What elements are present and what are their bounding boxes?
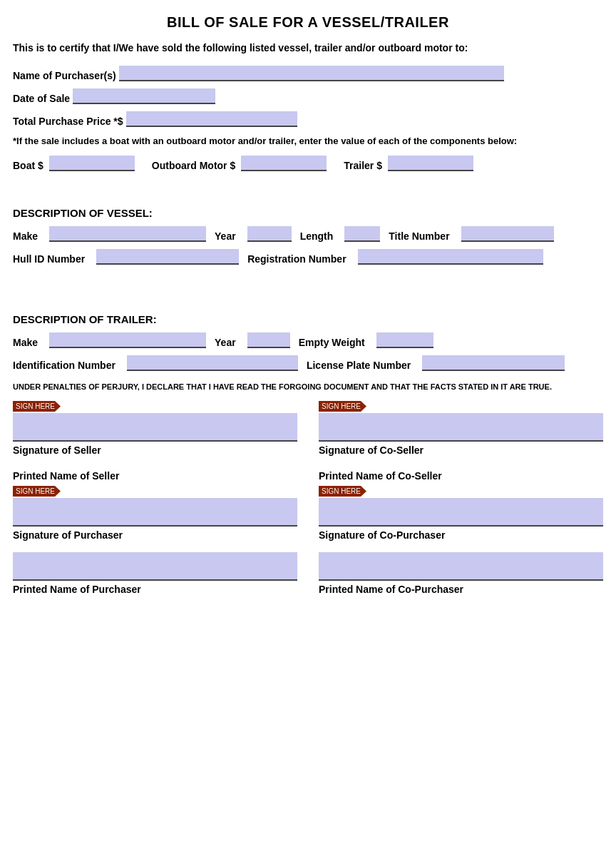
vessel-year-label: Year [215,230,236,242]
trailer-year-label: Year [215,337,236,348]
date-row: Date of Sale [13,88,603,104]
printed-seller-label: Printed Name of Seller [13,470,297,482]
purchaser-row: Name of Purchaser(s) [13,66,603,81]
sig-coseller-input[interactable] [319,413,603,442]
vessel-make-input[interactable] [49,226,206,242]
printed-copurchaser-input[interactable] [319,552,603,581]
sig-purchaser-label: Signature of Purchaser [13,529,297,541]
price-label: Total Purchase Price *$ [13,116,123,127]
sig-seller-arrow: SIGN HERE [13,401,61,412]
components-row: Boat $ Outboard Motor $ Trailer $ [13,156,603,171]
trailer-make-input[interactable] [49,332,206,348]
trailer-plate-input[interactable] [422,355,565,371]
motor-label: Outboard Motor $ [152,160,235,171]
printed-seller-block: Printed Name of Seller SIGN HERE Signatu… [13,467,297,544]
sig-coseller-arrow: SIGN HERE [319,401,366,412]
printed-copurchaser-label: Printed Name of Co-Purchaser [319,584,603,595]
perjury-text: UNDER PENALTIES OF PERJURY, I DECLARE TH… [13,381,603,393]
sig-seller-label: Signature of Seller [13,444,297,456]
vessel-titlenum-input[interactable] [461,226,554,242]
trailer-make-label: Make [13,337,38,348]
sig-copurchaser-label: Signature of Co-Purchaser [319,529,603,541]
sig-coseller-label: Signature of Co-Seller [319,444,603,456]
price-input[interactable] [126,111,297,127]
trailer-id-label: Identification Number [13,360,115,371]
printed-coseller-block: Printed Name of Co-Seller SIGN HERE Sign… [319,467,603,544]
trailer-comp-group: Trailer $ [344,156,473,171]
vessel-length-label: Length [300,230,334,242]
vessel-make-label: Make [13,230,38,242]
vessel-row2: Hull ID Number Registration Number [13,249,603,265]
note-text: *If the sale includes a boat with an out… [13,134,603,148]
printed-copurchaser-block: Printed Name of Co-Purchaser [319,552,603,598]
printed-seller-arrow: SIGN HERE [13,486,61,497]
motor-group: Outboard Motor $ [152,156,327,171]
trailer-comp-input[interactable] [388,156,473,171]
date-input[interactable] [73,88,215,104]
boat-label: Boat $ [13,160,43,171]
trailer-weight-label: Empty Weight [299,337,365,348]
vessel-hull-label: Hull ID Number [13,253,85,265]
printed-purchaser-label: Printed Name of Purchaser [13,584,297,595]
trailer-weight-input[interactable] [376,332,433,348]
printed-purchaser-input[interactable] [13,552,297,581]
vessel-hull-input[interactable] [96,249,239,265]
trailer-row2: Identification Number License Plate Numb… [13,355,603,371]
printed-purchaser-block: Printed Name of Purchaser [13,552,297,598]
purchaser-label: Name of Purchaser(s) [13,70,116,81]
trailer-section-title: DESCRIPTION OF TRAILER: [13,313,603,325]
motor-input[interactable] [241,156,327,171]
purchaser-input[interactable] [119,66,504,81]
vessel-row1: Make Year Length Title Number [13,226,603,242]
vessel-length-input[interactable] [344,226,380,242]
trailer-comp-label: Trailer $ [344,160,382,171]
vessel-titlenum-label: Title Number [389,230,449,242]
trailer-plate-label: License Plate Number [307,360,411,371]
boat-input[interactable] [49,156,135,171]
vessel-reg-label: Registration Number [247,253,346,265]
sig-seller-input[interactable] [13,413,297,442]
printed-coseller-label: Printed Name of Co-Seller [319,470,603,482]
printed-seller-input[interactable] [13,498,297,527]
vessel-year-input[interactable] [247,226,292,242]
printed-coseller-input[interactable] [319,498,603,527]
signature-section: SIGN HERE Signature of Seller SIGN HERE … [13,400,603,606]
page-title: BILL OF SALE FOR A VESSEL/TRAILER [13,14,603,31]
date-label: Date of Sale [13,93,70,104]
trailer-row1: Make Year Empty Weight [13,332,603,348]
trailer-id-input[interactable] [127,355,298,371]
price-row: Total Purchase Price *$ [13,111,603,127]
vessel-section-title: DESCRIPTION OF VESSEL: [13,207,603,219]
boat-group: Boat $ [13,156,135,171]
intro-text: This is to certify that I/We have sold t… [13,41,603,56]
sig-coseller-block: SIGN HERE Signature of Co-Seller [319,400,603,459]
vessel-reg-input[interactable] [358,249,543,265]
trailer-year-input[interactable] [247,332,290,348]
sig-seller-block: SIGN HERE Signature of Seller [13,400,297,459]
printed-coseller-arrow: SIGN HERE [319,486,366,497]
